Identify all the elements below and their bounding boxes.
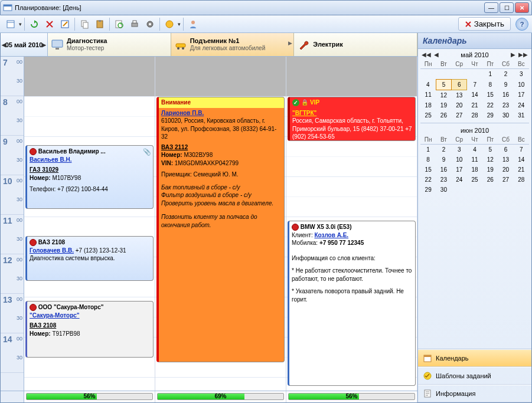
calendar-day[interactable]: 27 [452, 110, 467, 120]
calendar-may[interactable]: ПнВтСрЧтПтСбВс12345678910111213141516171… [420, 60, 529, 120]
calendar-day[interactable]: 5 [436, 79, 451, 90]
toolbar-refresh-icon[interactable] [27, 17, 41, 31]
window-close-button[interactable]: ✕ [515, 2, 529, 13]
calendar-day[interactable]: 22 [420, 175, 436, 185]
calendar-day[interactable]: 17 [452, 165, 467, 175]
cal-first-icon[interactable]: ◀◀ [422, 51, 431, 58]
calendar-day[interactable]: 21 [467, 100, 482, 110]
calendar-day[interactable]: 19 [482, 165, 498, 175]
date-header[interactable]: ◀ 05 май 2010 ▶ [1, 33, 48, 56]
resource-header-0[interactable]: ДиагностикаМотор-тестер [48, 33, 171, 56]
calendar-day[interactable]: 28 [467, 110, 482, 120]
calendar-day[interactable]: 26 [482, 175, 498, 185]
calendar-day[interactable]: 1 [482, 69, 498, 80]
next-day-icon[interactable]: ▶ [42, 42, 46, 48]
toolbar-user-icon[interactable] [186, 17, 200, 31]
calendar-day[interactable]: 9 [436, 155, 451, 165]
calendar-day[interactable]: 10 [452, 155, 467, 165]
calendar-day[interactable]: 18 [420, 100, 436, 110]
calendar-day[interactable]: 26 [436, 110, 451, 120]
calendar-day[interactable]: 6 [498, 144, 513, 155]
toolbar-delete-icon[interactable] [43, 17, 57, 31]
calendar-day[interactable]: 8 [420, 155, 436, 165]
panel-tab-1[interactable]: Шаблоны заданий [418, 367, 531, 385]
calendar-day[interactable]: 27 [498, 175, 513, 185]
calendar-day[interactable]: 10 [514, 79, 529, 90]
resource-column-1[interactable]: ВниманиеЛарионов П.В.610020, Россия, Кир… [155, 57, 286, 391]
calendar-day[interactable]: 16 [436, 165, 451, 175]
cal-prev-icon[interactable]: ◀ [434, 51, 439, 58]
calendar-day[interactable]: 29 [420, 185, 436, 195]
calendar-day[interactable]: 30 [436, 185, 451, 195]
maximize-button[interactable]: ☐ [500, 2, 514, 13]
calendar-day[interactable]: 25 [467, 175, 482, 185]
calendar-day[interactable]: 14 [514, 155, 529, 165]
calendar-day[interactable]: 29 [482, 110, 498, 120]
appointment[interactable]: ООО "Сакура-Моторс""Сакура-Моторс"ВАЗ 21… [25, 301, 154, 358]
toolbar-copy-icon[interactable] [77, 17, 92, 31]
appointment[interactable]: ВниманиеЛарионов П.В.610020, Россия, Кир… [156, 97, 285, 362]
calendar-day[interactable]: 24 [514, 100, 529, 110]
calendar-day[interactable]: 13 [498, 155, 513, 165]
calendar-day[interactable]: 8 [482, 79, 498, 90]
calendar-day[interactable]: 3 [452, 144, 467, 155]
resource-column-0[interactable]: Васильев Владимир ...📎Васильев В.Н.ГАЗ 3… [24, 57, 155, 391]
calendar-day[interactable]: 20 [498, 165, 513, 175]
calendar-day[interactable]: 20 [452, 100, 467, 110]
appointment[interactable]: ✓🔒 VIP"ВГТРК"Россия, Самарская область, … [288, 97, 416, 141]
calendar-day[interactable]: 2 [498, 69, 513, 80]
calendar-day[interactable]: 23 [436, 175, 451, 185]
calendar-day[interactable]: 6 [452, 79, 467, 90]
toolbar-reload-icon[interactable] [112, 17, 126, 31]
resource-header-2[interactable]: Электрик [294, 33, 417, 56]
calendar-day[interactable]: 19 [436, 100, 451, 110]
calendar-day[interactable]: 13 [452, 90, 467, 100]
calendar-day[interactable]: 25 [420, 110, 436, 120]
calendar-day[interactable]: 4 [420, 79, 436, 90]
resource-column-2[interactable]: ✓🔒 VIP"ВГТРК"Россия, Самарская область, … [286, 57, 417, 391]
calendar-day[interactable]: 28 [514, 175, 529, 185]
calendar-day[interactable]: 12 [482, 155, 498, 165]
calendar-day[interactable]: 18 [467, 165, 482, 175]
calendar-day[interactable]: 30 [498, 110, 513, 120]
toolbar-settings-icon[interactable] [143, 17, 157, 31]
calendar-day[interactable]: 23 [498, 100, 513, 110]
toolbar-paste-icon[interactable] [93, 17, 107, 31]
calendar-day[interactable]: 15 [420, 165, 436, 175]
toolbar-print-icon[interactable] [128, 17, 142, 31]
appointment[interactable]: ВАЗ 2108Головачев В.В. +7 (123) 123-12-3… [25, 236, 154, 281]
calendar-day[interactable]: 2 [436, 144, 451, 155]
cal-next-icon[interactable]: ▶ [511, 51, 515, 58]
calendar-day[interactable]: 9 [498, 79, 513, 90]
cal-last-icon[interactable]: ▶▶ [518, 51, 528, 58]
toolbar-edit-icon[interactable] [58, 17, 72, 31]
prev-day-icon[interactable]: ◀ [2, 42, 6, 48]
close-button[interactable]: Закрыть [458, 17, 511, 31]
scroll-right-icon[interactable]: ▶ [288, 40, 292, 46]
calendar-day[interactable]: 11 [467, 155, 482, 165]
help-button[interactable]: ? [515, 18, 528, 31]
panel-tab-2[interactable]: Информация [418, 385, 531, 402]
toolbar-filter-icon[interactable] [162, 17, 177, 31]
calendar-day[interactable]: 15 [482, 90, 498, 100]
calendar-day[interactable]: 14 [467, 90, 482, 100]
calendar-day[interactable]: 22 [482, 100, 498, 110]
calendar-day[interactable]: 12 [436, 90, 451, 100]
appointment[interactable]: BMW X5 3.0i (E53)Клиент: Козлов А.Е.Моби… [288, 221, 416, 386]
panel-tab-0[interactable]: Календарь [418, 349, 531, 367]
calendar-june[interactable]: ПнВтСрЧтПтСбВс12345678910111213141516171… [420, 135, 529, 195]
calendar-day[interactable]: 21 [514, 165, 529, 175]
calendar-day[interactable]: 4 [467, 144, 482, 155]
resource-header-1[interactable]: Подъемник №1Для легковых автомобилей ▶ [171, 33, 295, 56]
calendar-day[interactable]: 11 [420, 90, 436, 100]
toolbar-new-icon[interactable] [4, 17, 18, 31]
calendar-day[interactable]: 16 [498, 90, 513, 100]
calendar-day[interactable]: 3 [514, 69, 529, 80]
appointment[interactable]: Васильев Владимир ...📎Васильев В.Н.ГАЗ 3… [25, 145, 154, 209]
calendar-day[interactable]: 7 [514, 144, 529, 155]
calendar-day[interactable]: 5 [482, 144, 498, 155]
calendar-day[interactable]: 17 [514, 90, 529, 100]
calendar-day[interactable]: 1 [420, 144, 436, 155]
calendar-day[interactable]: 7 [467, 79, 482, 90]
calendar-day[interactable]: 31 [514, 110, 529, 120]
